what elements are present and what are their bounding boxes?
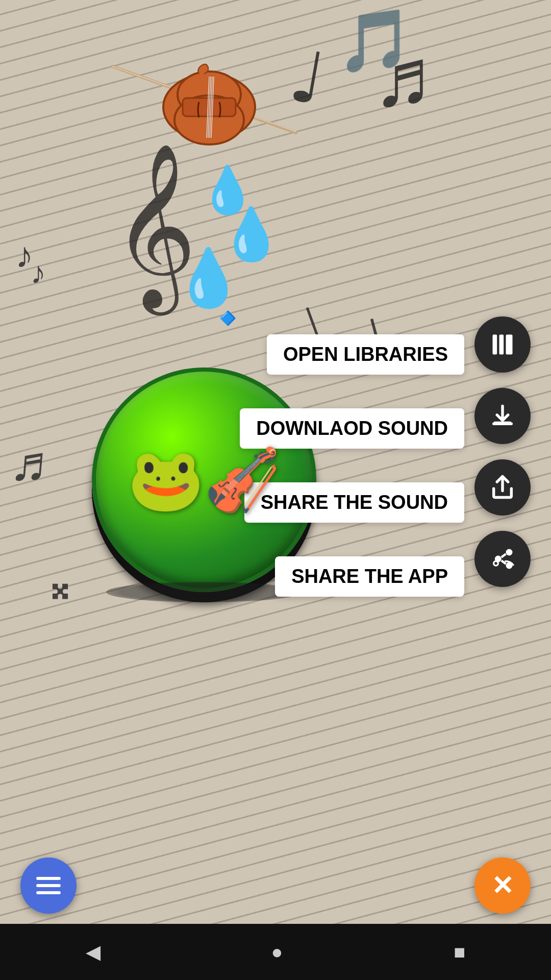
back-button[interactable]: ◀ (86, 941, 101, 963)
open-libraries-button[interactable] (474, 316, 531, 373)
water-drop-4: 🔹 (204, 296, 252, 341)
action-buttons-panel (474, 316, 531, 587)
hamburger-menu-icon (34, 871, 63, 900)
close-icon: ✕ (491, 872, 514, 899)
share-sound-icon (489, 474, 516, 501)
frog-icon: 🐸🎻 (128, 444, 281, 516)
svg-rect-10 (493, 335, 497, 355)
download-sound-label[interactable]: DOWNLAOD SOUND (240, 408, 464, 449)
android-nav-bar: ◀ ● ■ (0, 924, 551, 980)
music-note-large-5: ♬ (8, 432, 51, 494)
svg-rect-11 (499, 335, 504, 355)
svg-rect-12 (506, 335, 513, 355)
download-sound-button[interactable] (474, 388, 531, 444)
violin-image (77, 31, 332, 174)
svg-line-17 (502, 554, 506, 557)
svg-point-19 (494, 561, 498, 566)
download-icon (489, 403, 516, 429)
open-libraries-label[interactable]: OPEN LIBRARIES (267, 334, 464, 375)
close-button[interactable]: ✕ (474, 857, 531, 914)
music-note-flag: 🎵 (337, 5, 413, 77)
svg-point-15 (506, 549, 513, 556)
share-sound-button[interactable] (474, 459, 531, 516)
svg-rect-13 (494, 422, 512, 425)
music-note-small-6: 𝄪 (51, 561, 69, 609)
share-app-icon (489, 546, 516, 572)
music-note-small-2: ♪ (31, 255, 46, 290)
recents-button[interactable]: ■ (454, 941, 466, 963)
home-button[interactable]: ● (271, 941, 283, 963)
share-app-label[interactable]: SHARE THE APP (275, 556, 464, 597)
share-app-button[interactable] (474, 531, 531, 587)
menu-button[interactable] (20, 857, 77, 914)
library-icon (489, 331, 516, 358)
